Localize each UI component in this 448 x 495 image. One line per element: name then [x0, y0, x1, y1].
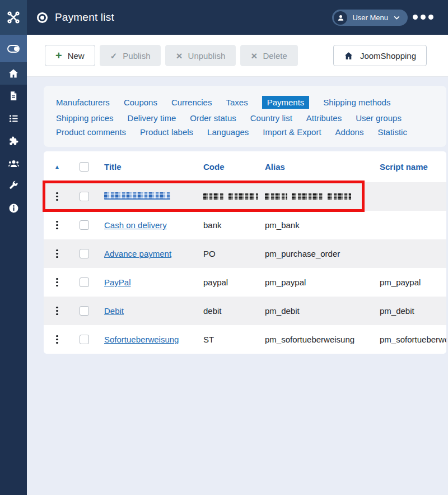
row-checkbox[interactable]	[80, 335, 89, 344]
joomshopping-button-label: JoomShopping	[360, 51, 416, 61]
sidebar-item-users[interactable]	[0, 152, 27, 174]
column-header-alias[interactable]: Alias	[258, 162, 373, 172]
toggle-icon	[7, 45, 20, 53]
sidebar-toggle-button[interactable]	[0, 35, 27, 62]
nav-link-currencies[interactable]: Currencies	[171, 98, 212, 107]
alias-cell	[258, 193, 373, 200]
alias-cell: pm_bank	[258, 220, 373, 230]
sidebar-item-components[interactable]	[0, 129, 27, 152]
unpublish-button-label: Unpublish	[188, 51, 226, 61]
sidebar-item-content[interactable]	[0, 85, 27, 107]
article-icon	[8, 91, 18, 101]
payment-title-link[interactable]: Sofortueberweisung	[104, 335, 179, 344]
alias-cell: pm_paypal	[258, 277, 373, 287]
nav-link-attributes[interactable]: Attributes	[306, 113, 342, 123]
sort-ascending-icon[interactable]: ▲	[54, 164, 60, 170]
script-cell: pm_paypal	[373, 277, 446, 287]
page-title: Payment list	[55, 11, 114, 24]
chevron-down-icon	[393, 14, 400, 21]
nav-link-product-comments[interactable]: Product comments	[56, 127, 126, 137]
nav-link-taxes[interactable]: Taxes	[226, 98, 248, 107]
redacted-pixelated-text	[292, 193, 323, 200]
user-menu-label: User Menu	[352, 13, 388, 22]
row-checkbox[interactable]	[80, 192, 89, 201]
row-checkbox[interactable]	[80, 306, 89, 316]
components-puzzle-icon	[8, 136, 19, 146]
sidebar-item-menus[interactable]	[0, 107, 27, 129]
tools-wrench-icon	[8, 181, 18, 191]
row-actions-kebab-icon[interactable]	[54, 190, 60, 203]
payments-table: ▲ Title Code Alias Script name Cash on d…	[44, 151, 446, 354]
info-icon	[8, 203, 19, 214]
user-avatar-icon	[334, 11, 347, 25]
payment-title-link[interactable]: PayPal	[104, 277, 131, 287]
row-actions-kebab-icon[interactable]	[54, 247, 60, 261]
code-cell: paypal	[197, 277, 258, 287]
redacted-pixelated-text	[203, 193, 224, 200]
nav-link-statistic[interactable]: Statistic	[377, 127, 407, 137]
users-icon	[8, 158, 20, 169]
code-cell	[197, 193, 258, 200]
admin-sidebar	[0, 35, 27, 495]
code-cell: PO	[197, 249, 258, 258]
script-cell: pm_debit	[373, 306, 446, 316]
x-icon: ×	[176, 50, 182, 61]
column-header-title[interactable]: Title	[97, 162, 197, 172]
table-row: PayPal paypal pm_paypal pm_paypal	[44, 268, 446, 297]
x-icon: ×	[251, 50, 257, 61]
row-checkbox[interactable]	[80, 277, 89, 287]
select-all-checkbox[interactable]	[80, 162, 89, 172]
row-actions-kebab-icon[interactable]	[54, 333, 60, 346]
nav-link-user-groups[interactable]: User groups	[356, 113, 402, 123]
nav-link-country-list[interactable]: Country list	[250, 113, 292, 123]
table-row: Advance payment PO pm_purchase_order	[44, 239, 446, 268]
sidebar-item-dashboard[interactable]	[0, 62, 27, 85]
table-row: Sofortueberweisung ST pm_sofortueberweis…	[44, 325, 446, 354]
payment-title-link[interactable]: Cash on delivery	[104, 220, 167, 230]
new-button[interactable]: + New	[45, 45, 95, 66]
joomla-logo-tile[interactable]	[0, 0, 27, 35]
overflow-menu-button[interactable]	[413, 15, 433, 20]
payment-title-link[interactable]: Advance payment	[104, 249, 171, 258]
top-bar: Payment list User Menu	[0, 0, 448, 35]
shop-nav: ManufacturersCouponsCurrenciesTaxesPayme…	[44, 86, 446, 147]
redacted-pixelated-text	[328, 193, 351, 200]
nav-link-payments[interactable]: Payments	[262, 96, 310, 109]
redacted-pixelated-text	[228, 193, 258, 200]
payment-title-link[interactable]: Debit	[104, 306, 124, 316]
nav-link-addons[interactable]: Addons	[335, 127, 364, 137]
redacted-pixelated-text	[265, 193, 287, 200]
row-actions-kebab-icon[interactable]	[54, 276, 60, 289]
nav-link-shipping-prices[interactable]: Shipping prices	[56, 113, 114, 123]
nav-link-delivery-time[interactable]: Delivery time	[128, 113, 176, 123]
nav-link-coupons[interactable]: Coupons	[124, 98, 157, 107]
publish-button[interactable]: ✓ Publish	[100, 45, 161, 66]
nav-link-import-export[interactable]: Import & Export	[263, 127, 321, 137]
unpublish-button[interactable]: × Unpublish	[165, 45, 236, 66]
column-header-script[interactable]: Script name	[373, 162, 446, 172]
table-row: Debit debit pm_debit pm_debit	[44, 297, 446, 325]
nav-link-shipping-methods[interactable]: Shipping methods	[323, 98, 390, 107]
component-record-icon	[37, 12, 48, 23]
table-body: Cash on delivery bank pm_bank Advance pa…	[44, 182, 446, 354]
sidebar-item-system[interactable]	[0, 174, 27, 197]
nav-link-languages[interactable]: Languages	[207, 127, 249, 137]
row-checkbox[interactable]	[80, 249, 89, 258]
user-menu-button[interactable]: User Menu	[332, 10, 408, 26]
page-title-group: Payment list	[37, 11, 114, 24]
sidebar-item-help[interactable]	[0, 197, 27, 219]
nav-link-manufacturers[interactable]: Manufacturers	[56, 98, 110, 107]
delete-button[interactable]: × Delete	[240, 45, 297, 66]
home-icon	[8, 68, 19, 79]
publish-button-label: Publish	[123, 51, 150, 61]
row-actions-kebab-icon[interactable]	[54, 304, 60, 318]
row-checkbox[interactable]	[80, 220, 89, 230]
nav-link-order-status[interactable]: Order status	[190, 113, 236, 123]
row-actions-kebab-icon[interactable]	[54, 219, 60, 232]
delete-button-label: Delete	[263, 51, 287, 61]
nav-link-product-labels[interactable]: Product labels	[140, 127, 193, 137]
redacted-pixelated-text	[104, 192, 170, 200]
column-header-code[interactable]: Code	[197, 162, 258, 172]
joomshopping-button[interactable]: JoomShopping	[333, 45, 427, 66]
table-row	[44, 182, 446, 211]
